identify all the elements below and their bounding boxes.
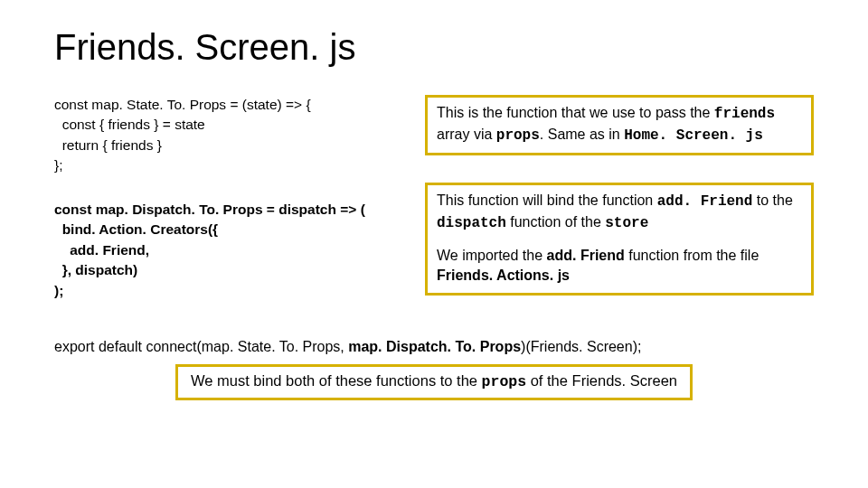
text: )(Friends. Screen);	[521, 339, 641, 354]
text: function of the	[506, 214, 605, 230]
text: This is the function that we use to pass…	[437, 105, 714, 120]
text: of the Friends. Screen	[526, 372, 677, 389]
mono-addfriend: add. Friend	[657, 193, 753, 210]
page-title: Friends. Screen. js	[54, 27, 814, 68]
callout-column: This is the function that we use to pass…	[425, 95, 814, 315]
text: function from the file	[625, 248, 760, 263]
text: to the	[752, 192, 792, 208]
text: . Same as in	[540, 127, 624, 142]
mono-store: store	[605, 215, 648, 231]
code-map-dispatch-to-props: const map. Dispatch. To. Props = dispatc…	[54, 200, 398, 301]
mono-dispatch: dispatch	[437, 215, 506, 231]
bold-mapdispatch: map. Dispatch. To. Props	[348, 339, 521, 354]
callout-line-1: This function will bind the function add…	[437, 191, 802, 233]
mono-homescreen: Home. Screen. js	[624, 127, 763, 144]
callout-bottom: We must bind both of these functions to …	[175, 364, 693, 400]
bold-addfriend: add. Friend	[547, 248, 625, 263]
export-default-line: export default connect(map. State. To. P…	[54, 339, 814, 355]
code-column: const map. State. To. Props = (state) =>…	[54, 95, 398, 315]
code-map-state-to-props: const map. State. To. Props = (state) =>…	[54, 95, 398, 176]
text: array via	[437, 127, 496, 142]
mono-props: props	[496, 127, 540, 144]
callout-map-dispatch: This function will bind the function add…	[425, 183, 814, 295]
bottom-callout-wrap: We must bind both of these functions to …	[54, 364, 814, 400]
text: We imported the	[437, 248, 547, 263]
two-column-layout: const map. State. To. Props = (state) =>…	[54, 95, 814, 315]
mono-props-bottom: props	[482, 373, 527, 390]
bold-friendsactions: Friends. Actions. js	[437, 267, 570, 283]
mono-friends: friends	[714, 106, 775, 122]
callout-map-state: This is the function that we use to pass…	[425, 95, 814, 155]
text: We must bind both of these functions to …	[191, 372, 482, 389]
slide: Friends. Screen. js const map. State. To…	[0, 0, 868, 488]
text: export default connect(map. State. To. P…	[54, 339, 348, 354]
text: This function will bind the function	[437, 192, 657, 208]
callout-line-2: We imported the add. Friend function fro…	[437, 246, 802, 285]
